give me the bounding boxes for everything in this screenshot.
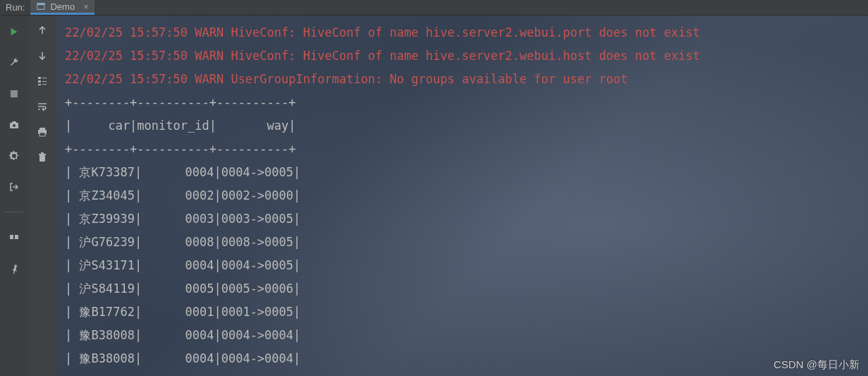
- run-label: Run:: [0, 2, 30, 13]
- table-border: +--------+----------+----------+: [65, 138, 868, 161]
- arrow-up-icon[interactable]: [35, 23, 50, 38]
- svg-rect-19: [41, 152, 44, 154]
- camera-icon[interactable]: [6, 117, 22, 133]
- svg-rect-7: [15, 235, 18, 239]
- stop-button[interactable]: [6, 86, 22, 102]
- wrench-icon[interactable]: [6, 55, 22, 71]
- svg-rect-1: [37, 4, 45, 6]
- run-header: Run: Demo ×: [0, 0, 868, 16]
- table-row: | 沪S43171| 0004|0004->0005|: [65, 254, 868, 277]
- close-icon[interactable]: ×: [83, 1, 89, 12]
- arrow-down-icon[interactable]: [35, 48, 50, 63]
- console-warn-line: 22/02/25 15:57:50 WARN UserGroupInformat…: [65, 68, 868, 91]
- svg-rect-8: [38, 77, 41, 79]
- tree-icon[interactable]: [35, 73, 50, 89]
- application-icon: [36, 1, 46, 11]
- svg-rect-4: [12, 121, 16, 123]
- tab-demo[interactable]: Demo ×: [30, 0, 94, 15]
- console-output[interactable]: 22/02/25 15:57:50 WARN HiveConf: HiveCon…: [56, 16, 868, 376]
- tab-label: Demo: [50, 1, 75, 12]
- watermark: CSDN @每日小新: [774, 358, 860, 372]
- svg-rect-12: [42, 81, 47, 82]
- table-row: | 豫B17762| 0001|0001->0005|: [65, 301, 868, 324]
- print-icon[interactable]: [35, 124, 50, 140]
- exit-icon[interactable]: [6, 179, 22, 195]
- pin-icon[interactable]: [6, 260, 22, 276]
- gear-icon[interactable]: [6, 148, 22, 164]
- layout-icon[interactable]: [6, 229, 22, 245]
- table-row: | 京K73387| 0004|0004->0005|: [65, 161, 868, 184]
- table-border: +--------+----------+----------+: [65, 91, 868, 114]
- svg-rect-16: [39, 133, 45, 136]
- left-gutter-outer: [0, 16, 28, 376]
- table-row: | 京Z34045| 0002|0002->0000|: [65, 184, 868, 207]
- table-row: | 豫B38008| 0004|0004->0004|: [65, 347, 868, 370]
- console-warn-line: 22/02/25 15:57:50 WARN HiveConf: HiveCon…: [65, 44, 868, 68]
- left-gutter-inner: [28, 16, 56, 376]
- svg-rect-2: [11, 90, 18, 97]
- table-row: | 沪G76239| 0008|0008->0005|: [65, 231, 868, 254]
- svg-rect-9: [38, 80, 41, 83]
- svg-rect-10: [38, 84, 41, 85]
- table-row: | 京Z39939| 0003|0003->0005|: [65, 207, 868, 231]
- svg-rect-11: [42, 78, 47, 78]
- table-row: | 豫B38008| 0004|0004->0004|: [65, 324, 868, 347]
- svg-point-5: [13, 124, 16, 127]
- table-row: | 沪S84119| 0005|0005->0006|: [65, 277, 868, 301]
- wrap-icon[interactable]: [35, 99, 50, 114]
- svg-rect-6: [10, 235, 13, 239]
- run-button[interactable]: [6, 24, 22, 40]
- svg-rect-18: [39, 154, 46, 155]
- svg-rect-14: [39, 128, 45, 130]
- trash-icon[interactable]: [35, 150, 50, 165]
- svg-rect-13: [42, 84, 47, 85]
- table-header: | car|monitor_id| way|: [65, 114, 868, 138]
- console-warn-line: 22/02/25 15:57:50 WARN HiveConf: HiveCon…: [65, 21, 868, 44]
- svg-rect-17: [39, 155, 45, 162]
- divider: [4, 212, 24, 212]
